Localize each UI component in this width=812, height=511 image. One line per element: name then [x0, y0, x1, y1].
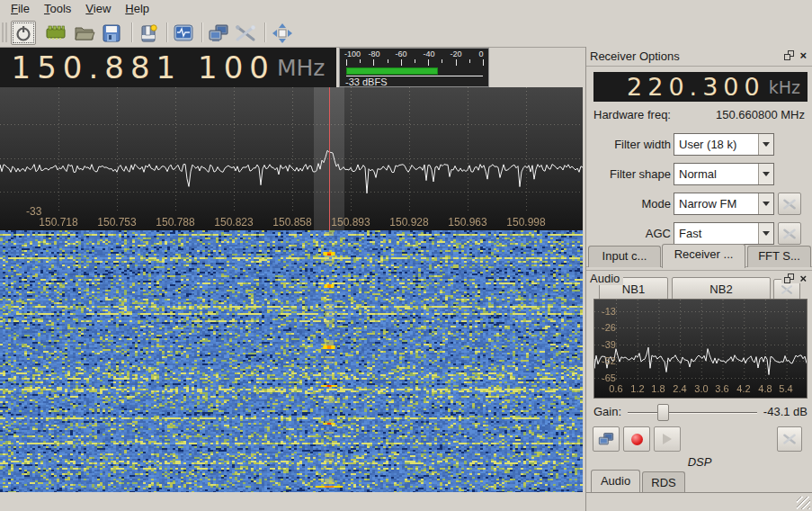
agc-select[interactable]: Fast: [674, 222, 774, 245]
chevron-down-icon[interactable]: [758, 223, 773, 244]
toolbar-separator: [166, 22, 168, 42]
gain-slider-groove[interactable]: [628, 412, 757, 414]
audio-y-label: -26: [602, 322, 616, 333]
meter-tick: [373, 59, 374, 66]
resize-grip[interactable]: [797, 497, 810, 509]
rf-spectrum-canvas: [0, 87, 583, 230]
audio-x-label: 0.6: [609, 383, 622, 394]
waterfall-display[interactable]: [0, 230, 583, 492]
toolbar-separator: [201, 22, 203, 42]
wrench-screwdriver-icon: [234, 23, 257, 43]
audio-x-label: 4.2: [736, 383, 750, 394]
filter-width-select[interactable]: User (18 k): [674, 133, 774, 156]
audio-x-label: 3.6: [715, 383, 728, 394]
meter-tick: [428, 59, 429, 66]
offset-frequency-display[interactable]: 220.300 kHz: [593, 72, 808, 102]
audio-options-button[interactable]: [777, 426, 802, 452]
mode-options-button[interactable]: [778, 193, 801, 215]
signal-level-meter: -100 -80 -60 -40 -20 0 -33 dBFS: [339, 48, 489, 87]
dsp-display-button[interactable]: [171, 21, 196, 45]
tab-receiver-options[interactable]: Receiver ...: [662, 244, 745, 268]
tab-rds[interactable]: RDS: [642, 471, 685, 492]
tab-audio[interactable]: Audio: [591, 470, 640, 492]
dock-float-icon[interactable]: [784, 273, 794, 283]
menu-tools[interactable]: Tools: [37, 0, 78, 18]
chevron-down-icon[interactable]: [758, 134, 773, 155]
title-separator: [586, 66, 812, 67]
menu-help[interactable]: Help: [118, 0, 156, 18]
nb2-button[interactable]: NB2: [672, 277, 771, 300]
meter-tick-label: -100: [344, 49, 361, 58]
meter-tick: [456, 59, 457, 66]
dsp-label: DSP: [586, 455, 812, 469]
io-device-config-button[interactable]: [43, 21, 68, 45]
meter-tick-label: -60: [395, 49, 406, 58]
rf-x-label: 150.893: [331, 216, 370, 229]
frequency-value[interactable]: 150.881 100: [12, 49, 275, 85]
wrench-screwdriver-icon: [782, 228, 797, 240]
save-file-button[interactable]: [99, 21, 124, 45]
fullscreen-button[interactable]: [270, 21, 295, 45]
tab-fft-settings[interactable]: FFT S...: [747, 246, 811, 267]
open-file-button[interactable]: [72, 21, 97, 45]
tools-button[interactable]: [233, 21, 258, 45]
filter-shape-label: Filter shape: [588, 167, 671, 181]
rf-x-label: 150.928: [389, 216, 428, 229]
power-icon: [14, 24, 32, 42]
gqrx-window: File Tools View Help: [0, 0, 812, 511]
filter-shape-select[interactable]: Normal: [674, 163, 774, 185]
wrench-screwdriver-icon: [781, 284, 793, 295]
meter-tick: [346, 59, 347, 66]
filter-width-value: User (18 k): [674, 138, 758, 151]
wrench-screwdriver-icon: [782, 433, 797, 445]
menu-file[interactable]: File: [4, 0, 37, 18]
tuning-center-line[interactable]: [329, 87, 330, 230]
rf-x-label: 150.858: [272, 216, 311, 229]
dock-float-icon[interactable]: [784, 50, 794, 60]
gain-label: Gain:: [593, 405, 621, 418]
meter-tick-label: -40: [423, 49, 434, 58]
rf-x-label: 150.753: [97, 216, 136, 229]
audio-tabbar-line: [586, 492, 812, 493]
meter-tick: [469, 59, 470, 63]
audio-x-label: 2.4: [673, 383, 686, 394]
play-icon: [663, 434, 672, 444]
audio-y-label: -13: [602, 306, 616, 317]
record-icon: [631, 434, 643, 445]
frequency-display[interactable]: 150.881 100 MHz: [0, 48, 336, 87]
meter-ticks: [340, 59, 488, 67]
remote-control-button[interactable]: [206, 21, 231, 45]
gain-slider-handle[interactable]: [657, 404, 669, 421]
bookmarks-button[interactable]: [136, 21, 161, 45]
audio-x-label: 3.0: [694, 383, 708, 394]
hardware-freq-value: 150.660800 MHz: [716, 108, 805, 121]
meter-tick: [388, 59, 388, 63]
audio-spectrum-plot[interactable]: -13 -26 -39 -52 -65 0.6 1.2 1.8 2.4 3.0 …: [593, 299, 808, 399]
start-dsp-button[interactable]: [11, 21, 36, 45]
audio-dock-title: Audio: [590, 272, 623, 285]
tab-input-controls[interactable]: Input c...: [588, 246, 661, 267]
menu-view[interactable]: View: [78, 0, 118, 18]
toolbar-drag-handle[interactable]: [2, 22, 7, 42]
open-folder-icon: [74, 24, 95, 42]
remote-computers-icon: [207, 23, 230, 43]
chevron-down-icon[interactable]: [758, 193, 773, 214]
offset-frequency-value[interactable]: 220.300: [627, 73, 765, 101]
rf-x-label: 150.823: [214, 216, 253, 229]
gain-row: Gain: -43.1 dB: [586, 403, 812, 423]
audio-x-label: 4.8: [758, 383, 772, 394]
device-chip-icon: [45, 23, 67, 43]
dock-close-icon[interactable]: ×: [799, 273, 807, 283]
audio-record-button[interactable]: [623, 426, 650, 452]
agc-options-button[interactable]: [778, 222, 801, 245]
wrench-screwdriver-icon: [782, 198, 797, 211]
agc-label: AGC: [588, 227, 671, 240]
rf-spectrum-plot[interactable]: -33 -66 -99 150.718 150.753 150.788 150.…: [0, 87, 583, 230]
meter-tick: [442, 59, 442, 63]
chevron-down-icon[interactable]: [758, 164, 773, 184]
mode-select[interactable]: Narrow FM: [674, 193, 774, 215]
audio-udp-stream-button[interactable]: [593, 426, 620, 452]
dock-close-icon[interactable]: ×: [799, 50, 807, 60]
audio-play-button[interactable]: [654, 426, 681, 452]
audio-x-label: 1.2: [630, 383, 644, 394]
